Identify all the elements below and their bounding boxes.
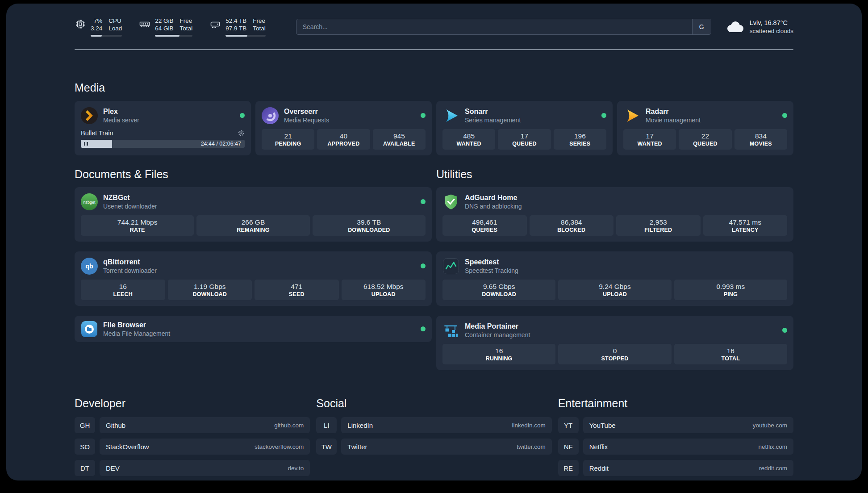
stat-label: DOWNLOAD xyxy=(482,291,516,297)
stat-value: 21 xyxy=(284,132,292,140)
bookmark-url: reddit.com xyxy=(759,465,787,472)
filebrowser-icon xyxy=(81,321,98,338)
entertainment-section-title: Entertainment xyxy=(558,397,793,410)
bookmark-link-linkedin[interactable]: LinkedIn linkedin.com xyxy=(341,417,551,433)
stat-value: 16 xyxy=(495,347,503,355)
bookmark-name: DEV xyxy=(106,464,120,472)
stat-tile: 0.993 msPING xyxy=(674,280,787,300)
app-description: Movie management xyxy=(646,116,701,124)
stat-value: 266 GB xyxy=(242,218,265,226)
bookmark-link-youtube[interactable]: YouTube youtube.com xyxy=(583,417,793,433)
bookmark-abbr: YT xyxy=(558,417,579,433)
stat-tile: 16LEECH xyxy=(81,280,165,300)
seek-bar[interactable]: 24:44 / 02:06:47 xyxy=(81,140,245,148)
developer-section-title: Developer xyxy=(75,397,310,410)
bookmark-link-github[interactable]: Github github.com xyxy=(100,417,310,433)
disk-icon xyxy=(209,18,221,30)
stat-tile: 2,953FILTERED xyxy=(616,215,701,236)
cpu-widget: 7% 3.24 CPU Load xyxy=(75,17,122,37)
app-description: DNS and adblocking xyxy=(465,202,522,210)
stat-value: 0 xyxy=(613,347,617,355)
bookmark-url: linkedin.com xyxy=(512,422,546,429)
stat-value: 22 xyxy=(701,132,709,140)
bookmark-link-netflix[interactable]: Netflix netflix.com xyxy=(583,439,793,455)
search-engine-button[interactable]: G xyxy=(692,19,711,34)
disk-progress-bar xyxy=(225,35,266,37)
bookmark-link-dev[interactable]: DEV dev.to xyxy=(100,460,310,476)
pause-icon[interactable] xyxy=(84,142,88,146)
speedtest-card[interactable]: Speedtest Speedtest Tracking 9.65 GbpsDO… xyxy=(436,251,793,306)
bookmark-name: Reddit xyxy=(589,464,609,472)
bookmark-url: stackoverflow.com xyxy=(255,443,304,450)
filebrowser-card[interactable]: File Browser Media File Management xyxy=(75,316,432,342)
plex-card[interactable]: Plex Media server Bullet Train xyxy=(75,101,251,155)
stat-label: QUERIES xyxy=(472,227,497,233)
stat-label: TOTAL xyxy=(722,355,740,362)
stat-tile: 40APPROVED xyxy=(317,129,370,150)
status-dot xyxy=(240,113,245,118)
nzbget-card[interactable]: nzbget NZBGet Usenet downloader 744.21 M… xyxy=(75,187,432,242)
stat-label: APPROVED xyxy=(328,141,360,147)
status-dot xyxy=(421,263,426,268)
bookmark-name: LinkedIn xyxy=(347,422,373,429)
bookmark-row: YT YouTube youtube.com xyxy=(558,417,793,433)
app-description: Media File Management xyxy=(103,330,170,338)
qbittorrent-icon: qb xyxy=(81,258,98,275)
bookmark-abbr: RE xyxy=(558,460,579,476)
bookmark-name: Netflix xyxy=(589,443,608,451)
cpu-usage-value: 7% xyxy=(94,17,103,25)
stat-tile: 9.24 GbpsUPLOAD xyxy=(558,280,671,300)
qbittorrent-card[interactable]: qb qBittorrent Torrent downloader 16LEEC… xyxy=(75,251,432,306)
stat-label: DOWNLOAD xyxy=(192,291,227,297)
stat-value: 16 xyxy=(727,347,734,355)
bookmark-row: TW Twitter twitter.com xyxy=(316,439,551,455)
gear-icon[interactable] xyxy=(238,130,245,137)
bookmark-name: Twitter xyxy=(347,443,367,451)
stat-label: DOWNLOADED xyxy=(348,227,390,233)
stat-label: PENDING xyxy=(275,141,301,147)
stat-tile: 39.6 TBDOWNLOADED xyxy=(313,215,426,236)
stat-value: 744.21 Mbps xyxy=(117,218,158,226)
bookmark-link-stackoverflow[interactable]: StackOverflow stackoverflow.com xyxy=(100,439,310,455)
stat-value: 196 xyxy=(574,132,586,140)
radarr-card[interactable]: Radarr Movie management 17WANTED 22QUEUE… xyxy=(617,101,793,155)
sonarr-card[interactable]: Sonarr Series management 485WANTED 17QUE… xyxy=(436,101,613,155)
bookmark-url: youtube.com xyxy=(753,422,787,429)
dashboard-surface: 7% 3.24 CPU Load xyxy=(6,4,862,480)
status-dot xyxy=(421,326,426,331)
bookmark-link-twitter[interactable]: Twitter twitter.com xyxy=(341,439,551,455)
stat-tile: 16RUNNING xyxy=(442,344,555,364)
portainer-card[interactable]: Media Portainer Container management 16R… xyxy=(436,316,793,370)
cpu-usage-label: CPU xyxy=(108,17,122,25)
weather-condition: scattered clouds xyxy=(750,27,793,35)
stat-tile: 16TOTAL xyxy=(674,344,787,364)
developer-bookmarks: Developer GH Github github.com SO StackO… xyxy=(75,397,310,480)
adguard-card[interactable]: AdGuard Home DNS and adblocking 498,461Q… xyxy=(436,187,793,242)
stat-label: UPLOAD xyxy=(371,291,396,297)
app-name: Media Portainer xyxy=(465,322,530,331)
plex-icon xyxy=(81,107,98,124)
stat-tile: 834MOVIES xyxy=(734,129,787,150)
bookmark-abbr: DT xyxy=(75,460,95,476)
bookmark-abbr: LI xyxy=(316,417,337,433)
memory-free-label: Free xyxy=(180,17,193,25)
stat-tile: 471SEED xyxy=(255,280,339,300)
stat-label: QUEUED xyxy=(693,141,718,147)
search-bar: G xyxy=(296,19,711,35)
social-bookmarks: Social LI LinkedIn linkedin.com TW Twitt… xyxy=(316,397,551,480)
stat-value: 1.19 Gbps xyxy=(194,283,226,291)
bookmark-link-reddit[interactable]: Reddit reddit.com xyxy=(583,460,793,476)
overseerr-card[interactable]: Overseerr Media Requests 21PENDING 40APP… xyxy=(255,101,432,155)
stat-tile: 86,384BLOCKED xyxy=(530,215,614,236)
speedtest-icon xyxy=(442,258,459,275)
status-dot xyxy=(421,113,426,118)
cpu-load-value: 3.24 xyxy=(91,25,102,32)
disk-widget: 52.4 TB 97.9 TB Free Total xyxy=(209,17,266,37)
disk-total-label: Total xyxy=(253,25,266,32)
stat-value: 9.24 Gbps xyxy=(599,283,631,291)
search-input[interactable] xyxy=(296,19,692,34)
app-name: Speedtest xyxy=(465,257,518,267)
stat-label: AVAILABLE xyxy=(383,141,415,147)
app-name: File Browser xyxy=(103,320,170,330)
stat-tile: 17QUEUED xyxy=(498,129,551,150)
